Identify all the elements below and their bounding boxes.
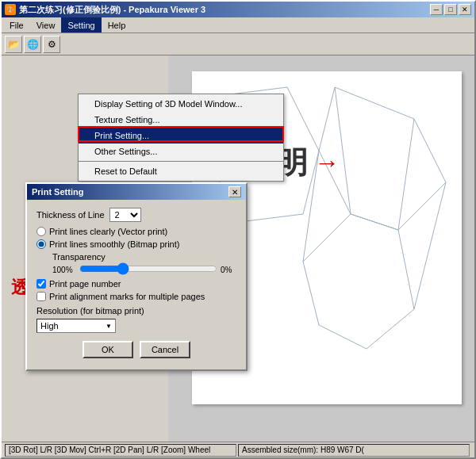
alignment-marks-row: Print alignment marks for multiple pages [36, 292, 236, 301]
menu-view[interactable]: View [30, 17, 62, 33]
dialog-close-button[interactable]: ✕ [228, 186, 241, 197]
thickness-row: Thickness of Line 2 1 3 [36, 208, 236, 222]
content-area: 透明 → 透明 ← → 不透明 Display Setting of 3D Mo… [2, 55, 474, 442]
right-arrow-icon: → [314, 148, 340, 178]
cancel-button[interactable]: Cancel [140, 341, 190, 358]
dialog-title-bar: Print Setting ✕ [27, 184, 246, 200]
svg-marker-1 [303, 214, 414, 349]
resolution-section: Resolution (for bitmap print) High ▼ [36, 306, 236, 333]
minimize-button[interactable]: ─ [430, 4, 443, 15]
print-setting-dialog: Print Setting ✕ Thickness of Line 2 1 3 … [25, 182, 248, 371]
status-bar: [3D Rot] L/R [3D Mov] Ctrl+R [2D Pan] L/… [2, 442, 474, 457]
resolution-label: Resolution (for bitmap print) [36, 306, 236, 316]
menu-display3d[interactable]: Display Setting of 3D Model Window... [79, 96, 283, 112]
menu-bar: File View Setting Help [2, 17, 474, 33]
ok-button[interactable]: OK [83, 341, 133, 358]
menu-other[interactable]: Other Settings... [79, 143, 283, 159]
bitmap-print-radio[interactable] [36, 239, 46, 249]
menu-file[interactable]: File [3, 17, 30, 33]
status-shortcuts: [3D Rot] L/R [3D Mov] Ctrl+R [2D Pan] L/… [5, 444, 236, 457]
close-button[interactable]: ✕ [459, 4, 471, 15]
bitmap-print-label: Print lines smoothly (Bitmap print) [49, 239, 179, 249]
trans-right-value: 0% [221, 266, 236, 274]
transparency-slider[interactable] [79, 263, 217, 274]
title-bar: 🎨 第二次练习(修正倒验比例) - Pepakura Viewer 3 ─ □ … [2, 2, 474, 17]
page-number-label: Print page number [49, 279, 121, 289]
vector-print-radio[interactable] [36, 227, 46, 236]
trans-left-value: 100% [52, 266, 76, 274]
transparency-section: Transparency 100% 0% [52, 252, 236, 276]
dialog-buttons: OK Cancel [36, 341, 236, 361]
dialog-body: Thickness of Line 2 1 3 Print lines clea… [27, 200, 246, 369]
resolution-value: High [40, 321, 59, 331]
title-bar-left: 🎨 第二次练习(修正倒验比例) - Pepakura Viewer 3 [5, 4, 205, 16]
settings-button[interactable]: ⚙ [43, 36, 60, 53]
svg-line-3 [398, 119, 414, 230]
dialog-title-text: Print Setting [32, 187, 83, 197]
vector-print-row: Print lines clearly (Vector print) [36, 227, 236, 236]
resolution-dropdown-container: High ▼ [36, 319, 236, 333]
status-size: Assembled size(mm): H89 W67 D( [238, 444, 470, 457]
vector-print-label: Print lines clearly (Vector print) [49, 227, 167, 236]
app-icon: 🎨 [5, 4, 16, 15]
transparency-label: Transparency [52, 252, 236, 262]
page-number-row: Print page number [36, 279, 236, 289]
transparency-slider-container [79, 263, 217, 276]
trans-slider-row: 100% 0% [52, 263, 236, 276]
alignment-marks-checkbox[interactable] [36, 292, 46, 301]
main-window: 🎨 第二次练习(修正倒验比例) - Pepakura Viewer 3 ─ □ … [0, 0, 476, 459]
alignment-marks-label: Print alignment marks for multiple pages [49, 292, 205, 301]
dropdown-arrow-icon: ▼ [106, 323, 112, 330]
setting-dropdown-menu: Display Setting of 3D Model Window... Te… [78, 94, 284, 182]
maximize-button[interactable]: □ [444, 4, 457, 15]
menu-reset[interactable]: Reset to Default [79, 163, 283, 179]
menu-print[interactable]: Print Setting... [79, 128, 283, 143]
globe-button[interactable]: 🌐 [24, 36, 41, 53]
page-number-checkbox[interactable] [36, 279, 46, 289]
title-controls: ─ □ ✕ [430, 4, 471, 15]
window-title: 第二次练习(修正倒验比例) - Pepakura Viewer 3 [19, 4, 205, 16]
thickness-select[interactable]: 2 1 3 [109, 208, 141, 222]
menu-setting[interactable]: Setting [61, 17, 101, 33]
open-button[interactable]: 📂 [5, 36, 22, 53]
resolution-select[interactable]: High ▼ [36, 319, 116, 333]
menu-help[interactable]: Help [102, 17, 132, 33]
thickness-label: Thickness of Line [36, 210, 105, 220]
bitmap-print-row: Print lines smoothly (Bitmap print) [36, 239, 236, 249]
menu-separator [79, 161, 283, 162]
menu-texture[interactable]: Texture Setting... [79, 112, 283, 128]
svg-line-4 [414, 182, 446, 309]
toolbar: 📂 🌐 ⚙ [2, 33, 474, 55]
